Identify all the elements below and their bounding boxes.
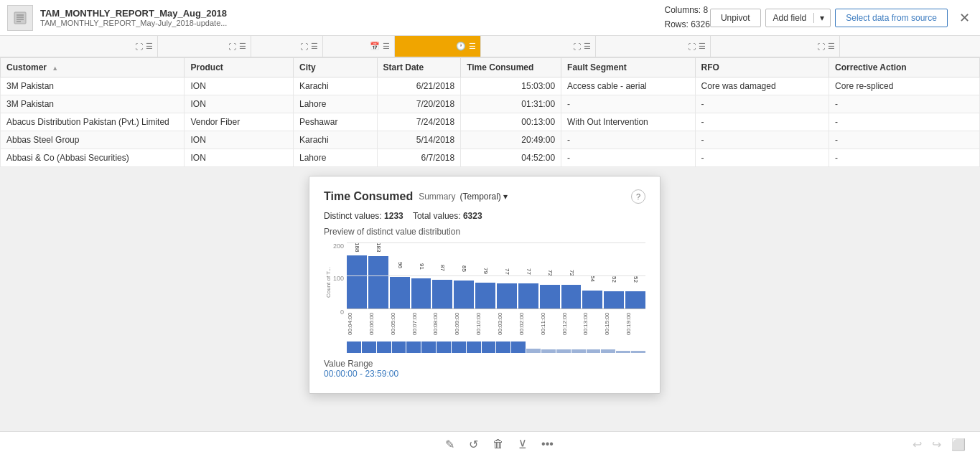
header-title-block: TAM_MONTHLY_REPORT_May_Aug_2018 TAM_MONT… [40,8,650,27]
cell-city: Lahore [294,149,378,167]
cell-customer: Abbasi & Co (Abbasi Securities) [1,149,185,167]
cell-rfo: - [695,149,829,167]
menu-icon-city[interactable]: ☰ [311,42,318,51]
cell-corrective: - [829,149,980,167]
header-meta: Columns: 8 Rows: 6326 [665,4,710,31]
cell-product: ION [185,95,294,113]
add-field-button[interactable]: Add field ▾ [765,9,831,27]
cell-faultsegment: Access cable - aerial [561,77,696,95]
add-field-dropdown-arrow[interactable]: ▾ [813,13,830,23]
cell-corrective: Core re-spliced [829,77,980,95]
menu-icon-corrective[interactable]: ☰ [828,42,835,51]
table-row[interactable]: Abbasi & Co (Abbasi Securities)IONLahore… [1,149,980,167]
th-startdate[interactable]: Start Date [377,58,461,77]
cell-customer: Abbas Steel Group [1,131,185,149]
menu-icon-product[interactable]: ☰ [239,42,246,51]
header-buttons: Unpivot Add field ▾ Select data from sou… [710,9,973,27]
file-icon [7,5,33,31]
unpivot-button[interactable]: Unpivot [710,9,761,27]
cell-city: Karachi [294,77,378,95]
expand-icon-faultsegment[interactable]: ⛶ [573,42,581,51]
cell-timeconsumed: 15:03:00 [461,77,561,95]
cell-city: Karachi [294,131,378,149]
cell-startdate: 7/24/2018 [377,113,461,131]
th-customer[interactable]: Customer ▲ [1,58,185,77]
table-body: 3M PakistanIONKarachi6/21/201815:03:00Ac… [1,77,980,167]
expand-icon-customer[interactable]: ⛶ [135,42,143,51]
file-title: TAM_MONTHLY_REPORT_May_Aug_2018 [40,8,650,19]
cell-corrective: - [829,95,980,113]
menu-icon-customer[interactable]: ☰ [146,42,153,51]
menu-icon-startdate[interactable]: ☰ [383,42,390,51]
cell-city: Peshawar [294,113,378,131]
menu-icon-faultsegment[interactable]: ☰ [584,42,591,51]
col-ctrl-city: ⛶ ☰ [251,36,323,57]
th-faultsegment[interactable]: Fault Segment [561,58,696,77]
table-row[interactable]: Abacus Distribution Pakistan (Pvt.) Limi… [1,113,980,131]
cell-customer: Abacus Distribution Pakistan (Pvt.) Limi… [1,113,185,131]
cell-corrective: - [829,113,980,131]
close-button[interactable]: ✕ [956,10,973,26]
cell-faultsegment: - [561,95,696,113]
columns-count: Columns: 8 [665,4,710,17]
cell-timeconsumed: 01:31:00 [461,95,561,113]
menu-icon-rfo[interactable]: ☰ [699,42,706,51]
header: TAM_MONTHLY_REPORT_May_Aug_2018 TAM_MONT… [0,0,980,36]
expand-icon-product[interactable]: ⛶ [228,42,236,51]
col-ctrl-timeconsumed: 🕐 ☰ [395,36,481,57]
table-row[interactable]: 3M PakistanIONLahore7/20/201801:31:00--- [1,95,980,113]
data-table-container: Customer ▲ Product City Start Date Time … [0,57,980,167]
cell-timeconsumed: 00:13:00 [461,113,561,131]
expand-icon-corrective[interactable]: ⛶ [817,42,825,51]
table-row[interactable]: Abbas Steel GroupIONKarachi5/14/201820:4… [1,131,980,149]
clock-icon-timeconsumed[interactable]: 🕐 [456,42,466,51]
cell-faultsegment: With Out Intervention [561,113,696,131]
cell-product: ION [185,77,294,95]
file-subtitle: TAM_MONTHLY_REPORT_May-July_2018-update.… [40,19,650,27]
data-table: Customer ▲ Product City Start Date Time … [0,57,980,167]
add-field-label: Add field [766,13,814,23]
cell-product: Vendor Fiber [185,113,294,131]
cell-startdate: 6/21/2018 [377,77,461,95]
cell-startdate: 7/20/2018 [377,95,461,113]
cell-faultsegment: - [561,131,696,149]
svg-rect-0 [14,12,26,24]
cell-rfo: Core was damaged [695,77,829,95]
th-product[interactable]: Product [185,58,294,77]
cell-rfo: - [695,95,829,113]
cell-timeconsumed: 04:52:00 [461,149,561,167]
cell-customer: 3M Pakistan [1,77,185,95]
th-corrective[interactable]: Corrective Action [829,58,980,77]
expand-icon-city[interactable]: ⛶ [300,42,308,51]
col-ctrl-corrective: ⛶ ☰ [711,36,840,57]
cell-startdate: 6/7/2018 [377,149,461,167]
table-header-row: Customer ▲ Product City Start Date Time … [1,58,980,77]
cell-rfo: - [695,113,829,131]
table-row[interactable]: 3M PakistanIONKarachi6/21/201815:03:00Ac… [1,77,980,95]
cell-timeconsumed: 20:49:00 [461,131,561,149]
calendar-icon-startdate[interactable]: 📅 [370,42,380,51]
col-ctrl-rfo: ⛶ ☰ [596,36,711,57]
cell-city: Lahore [294,95,378,113]
col-ctrl-startdate: 📅 ☰ [323,36,395,57]
col-ctrl-customer: ⛶ ☰ [0,36,158,57]
cell-product: ION [185,131,294,149]
cell-faultsegment: - [561,149,696,167]
cell-customer: 3M Pakistan [1,95,185,113]
cell-product: ION [185,149,294,167]
sort-arrow-customer: ▲ [52,65,58,72]
column-controls-row: ⛶ ☰ ⛶ ☰ ⛶ ☰ 📅 ☰ 🕐 ☰ ⛶ ☰ ⛶ ☰ ⛶ ☰ [0,36,980,57]
col-ctrl-product: ⛶ ☰ [158,36,251,57]
cell-rfo: - [695,131,829,149]
cell-corrective: - [829,131,980,149]
th-rfo[interactable]: RFO [695,58,829,77]
th-city[interactable]: City [294,58,378,77]
expand-icon-rfo[interactable]: ⛶ [688,42,696,51]
col-ctrl-faultsegment: ⛶ ☰ [481,36,596,57]
cell-startdate: 5/14/2018 [377,131,461,149]
rows-count: Rows: 6326 [665,18,710,32]
select-source-button[interactable]: Select data from source [835,9,948,27]
th-timeconsumed[interactable]: Time Consumed [461,58,561,77]
menu-icon-timeconsumed[interactable]: ☰ [469,42,476,51]
